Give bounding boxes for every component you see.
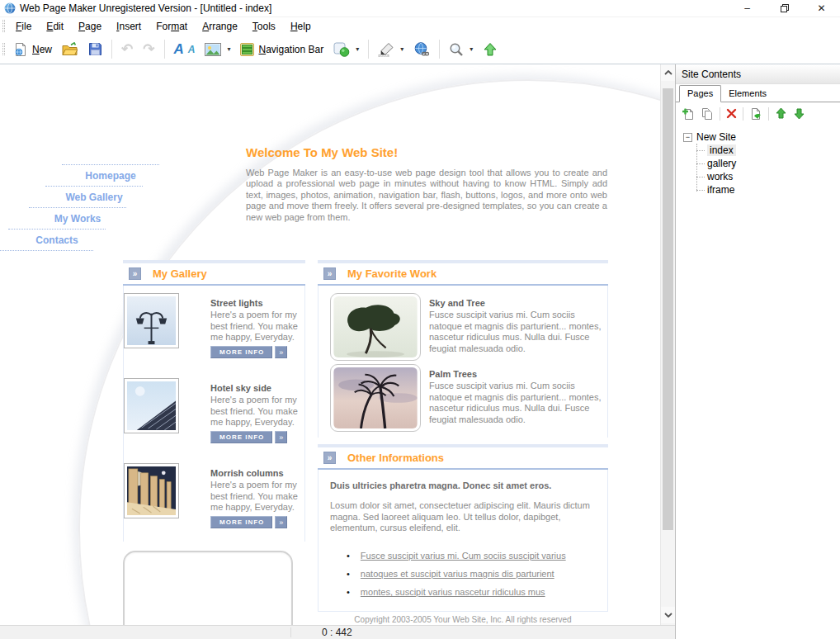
copy-page-icon[interactable] xyxy=(701,107,714,121)
gallery-marker-icon: » xyxy=(129,267,141,280)
tree-item-iframe[interactable]: iframe xyxy=(683,183,840,196)
scroll-up-button[interactable] xyxy=(661,64,675,81)
other-link[interactable]: montes, suscipit varius nascetur ridicul… xyxy=(361,587,545,597)
toolbar-separator xyxy=(439,40,440,59)
favorite-marker-icon: » xyxy=(323,267,336,280)
minimize-icon: – xyxy=(744,2,750,14)
save-icon xyxy=(88,42,102,56)
favorite-item-title[interactable]: Palm Trees xyxy=(429,369,477,379)
shape-dropdown-icon[interactable]: ▾ xyxy=(356,45,359,53)
other-headline[interactable]: Duis ultricies pharetra magna. Donec sit… xyxy=(330,480,597,490)
tab-pages[interactable]: Pages xyxy=(679,85,721,102)
menu-insert[interactable]: Insert xyxy=(109,18,149,35)
hotel-image xyxy=(127,381,176,430)
gallery-item-title[interactable]: Street lights xyxy=(210,298,263,308)
nav-link-contacts[interactable]: Contacts xyxy=(8,229,106,246)
open-button[interactable] xyxy=(57,40,83,59)
favorite-item-desc[interactable]: Fusce suscipit varius mi. Cum sociis nat… xyxy=(429,381,607,425)
minimize-button[interactable]: – xyxy=(729,0,766,17)
more-info-button[interactable]: MORE INFO » xyxy=(210,346,287,358)
image-tool-button[interactable]: ▾ xyxy=(200,40,235,59)
toolbar-separator xyxy=(111,40,112,59)
tree-item-gallery[interactable]: gallery xyxy=(683,157,840,170)
favorite-section-header[interactable]: » My Favorite Work xyxy=(318,260,608,286)
palm-trees-thumbnail[interactable] xyxy=(330,364,421,432)
welcome-heading[interactable]: Welcome To My Web Site! xyxy=(246,145,398,159)
restore-button[interactable] xyxy=(766,0,803,17)
favorite-section-title: My Favorite Work xyxy=(347,267,437,280)
scrollbar-thumb[interactable] xyxy=(663,88,673,530)
menu-arrange[interactable]: Arrange xyxy=(195,18,245,35)
sky-and-tree-thumbnail[interactable] xyxy=(330,293,421,361)
street-lights-thumbnail[interactable] xyxy=(124,293,179,348)
draw-line-dropdown-icon[interactable]: ▾ xyxy=(400,45,403,53)
canvas-vertical-scrollbar[interactable] xyxy=(660,64,675,625)
gallery-item-desc[interactable]: Here's a poem for my best friend. You ma… xyxy=(210,480,303,514)
morrish-columns-image xyxy=(127,466,176,515)
menu-page[interactable]: Page xyxy=(71,18,109,35)
panel-toolbar-separator xyxy=(768,107,769,121)
scroll-down-button[interactable] xyxy=(661,607,675,623)
redo-button[interactable]: ↷ xyxy=(138,40,159,59)
other-link-row: • Fusce suscipit varius mi. Cum sociis s… xyxy=(347,551,566,561)
tree-item-works[interactable]: works xyxy=(683,170,840,183)
nav-link-homepage[interactable]: Homepage xyxy=(62,164,159,182)
add-page-icon[interactable] xyxy=(682,107,695,121)
other-link[interactable]: Fusce suscipit varius mi. Cum sociis sus… xyxy=(361,551,566,561)
menu-tools[interactable]: Tools xyxy=(245,18,283,35)
page-properties-icon[interactable] xyxy=(749,107,762,121)
move-page-up-icon[interactable] xyxy=(775,107,787,120)
close-button[interactable]: ✕ xyxy=(803,0,840,17)
tree-collapse-icon[interactable]: − xyxy=(683,133,692,142)
navigation-bar-button[interactable]: Navigation Bar xyxy=(235,40,328,59)
menu-edit[interactable]: Edit xyxy=(39,18,71,35)
text-tool-button[interactable]: A A xyxy=(169,40,201,59)
menubar-grip[interactable] xyxy=(2,20,5,32)
menu-file[interactable]: File xyxy=(8,18,39,35)
design-canvas[interactable]: Homepage Web Gallery My Works Contacts W… xyxy=(0,64,660,625)
welcome-paragraph[interactable]: Web Page Maker is an easy-to-use web pag… xyxy=(246,168,607,223)
status-divider xyxy=(290,627,291,637)
open-folder-icon xyxy=(62,42,78,56)
gallery-item-desc[interactable]: Here's a poem for my best friend. You ma… xyxy=(210,395,303,428)
move-page-down-icon[interactable] xyxy=(793,107,805,120)
publish-button[interactable] xyxy=(478,40,503,59)
shape-tool-button[interactable]: ▾ xyxy=(328,40,364,59)
hotel-thumbnail[interactable] xyxy=(124,378,179,433)
favorite-item-title[interactable]: Sky and Tree xyxy=(429,298,485,308)
zoom-dropdown-icon[interactable]: ▾ xyxy=(470,45,473,53)
hyperlink-button[interactable] xyxy=(408,40,435,59)
gallery-item-title[interactable]: Hotel sky side xyxy=(210,383,271,393)
morrish-columns-thumbnail[interactable] xyxy=(124,463,179,518)
gallery-item-desc[interactable]: Here's a poem for my best friend. You ma… xyxy=(210,310,303,343)
more-info-button[interactable]: MORE INFO » xyxy=(210,431,287,443)
menu-help[interactable]: Help xyxy=(283,18,319,35)
tree-item-index[interactable]: index xyxy=(683,144,840,157)
other-paragraph[interactable]: Losum dolor sit amet, consectetuer adipi… xyxy=(330,500,597,534)
image-dropdown-icon[interactable]: ▾ xyxy=(227,45,230,53)
other-link-row: • natoques et suscipit varius magnis dis… xyxy=(347,569,554,579)
toolbar-grip[interactable] xyxy=(2,43,5,55)
tab-elements[interactable]: Elements xyxy=(721,86,774,102)
undo-button[interactable]: ↶ xyxy=(116,40,138,59)
nav-link-works[interactable]: My Works xyxy=(29,207,126,225)
menu-format[interactable]: Format xyxy=(149,18,195,35)
delete-page-icon[interactable] xyxy=(726,108,737,119)
copyright-text[interactable]: Copyright 2003-2005 Your Web Site, Inc. … xyxy=(318,615,608,624)
more-info-arrow-icon: » xyxy=(275,346,287,358)
other-link[interactable]: natoques et suscipit varius magnis dis p… xyxy=(361,569,554,579)
iframe-placeholder-box[interactable] xyxy=(123,551,293,625)
more-info-button[interactable]: MORE INFO » xyxy=(210,516,287,528)
gallery-item-title[interactable]: Morrish columns xyxy=(210,468,284,478)
favorite-item-desc[interactable]: Fusce suscipit varius mi. Cum sociis nat… xyxy=(429,310,607,354)
draw-line-button[interactable]: ▾ xyxy=(373,40,408,59)
new-page-button[interactable]: New xyxy=(8,40,57,59)
tree-root-new-site[interactable]: − New Site xyxy=(683,130,840,144)
nav-link-gallery[interactable]: Web Gallery xyxy=(45,186,143,203)
zoom-button[interactable]: ▾ xyxy=(444,40,478,59)
other-section-header[interactable]: » Other Informations xyxy=(318,444,608,470)
zoom-icon xyxy=(449,42,464,57)
new-page-icon xyxy=(13,42,28,57)
save-button[interactable] xyxy=(83,40,107,59)
gallery-section-header[interactable]: » My Gallery xyxy=(123,260,305,286)
